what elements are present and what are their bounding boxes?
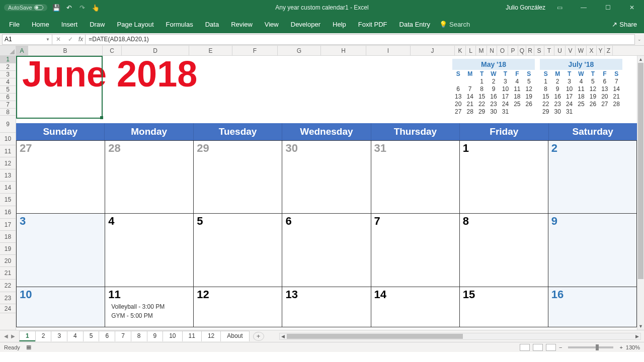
calendar-day-cell[interactable]: 4 <box>105 214 194 287</box>
ribbon-tab-file[interactable]: File <box>3 17 26 32</box>
row-header[interactable]: 19 <box>0 243 16 255</box>
calendar-day-cell[interactable]: 12 <box>194 287 282 327</box>
calendar-day-cell[interactable]: 27 <box>16 141 105 213</box>
vertical-scrollbar[interactable]: ▲ ▼ <box>637 56 644 330</box>
row-header[interactable]: 13 <box>0 169 16 182</box>
touch-mode-icon[interactable]: 👆 <box>92 4 100 12</box>
expand-formula-bar-icon[interactable]: ⌄ <box>635 37 644 42</box>
new-sheet-button[interactable]: + <box>253 332 264 341</box>
col-header[interactable]: M <box>476 46 487 55</box>
ribbon-tab-formulas[interactable]: Formulas <box>160 17 199 32</box>
page-layout-view-button[interactable] <box>533 344 543 351</box>
calendar-day-cell[interactable]: 8 <box>460 214 548 287</box>
calendar-day-cell[interactable]: 6 <box>282 214 371 287</box>
row-header[interactable]: 1 <box>0 56 16 63</box>
row-header[interactable]: 6 <box>0 94 16 101</box>
ribbon-tab-data-entry[interactable]: Data Entry <box>393 17 436 32</box>
col-header[interactable]: E <box>189 46 232 55</box>
row-header[interactable]: 9 <box>0 116 16 133</box>
row-header[interactable]: 17 <box>0 219 16 231</box>
sheet-tab[interactable]: 5 <box>83 331 100 341</box>
col-header[interactable]: P <box>508 46 518 55</box>
ribbon-tab-draw[interactable]: Draw <box>84 17 111 32</box>
row-header[interactable]: 21 <box>0 267 16 280</box>
calendar-day-cell[interactable]: 3 <box>16 214 105 287</box>
row-header[interactable]: 15 <box>0 194 16 206</box>
hscroll-thumb[interactable] <box>287 334 463 339</box>
formula-input[interactable]: =DATE(AD18,AD20,1) <box>86 34 635 45</box>
col-header[interactable]: I <box>366 46 411 55</box>
zoom-out-button[interactable]: − <box>559 344 562 350</box>
col-header[interactable]: T <box>544 46 554 55</box>
sheet-tab[interactable]: 3 <box>51 331 67 341</box>
sheet-tab[interactable]: 6 <box>99 331 115 341</box>
col-header[interactable]: G <box>278 46 321 55</box>
row-header[interactable]: 23 <box>0 292 16 304</box>
col-header[interactable]: W <box>576 46 587 55</box>
normal-view-button[interactable] <box>520 344 530 351</box>
select-all-button[interactable] <box>0 46 16 55</box>
ribbon-options-icon[interactable]: ▭ <box>549 0 570 15</box>
col-header[interactable]: S <box>534 46 544 55</box>
enter-formula-icon[interactable]: ✓ <box>64 36 76 43</box>
col-header[interactable]: N <box>487 46 497 55</box>
col-header[interactable]: C <box>103 46 122 55</box>
calendar-day-cell[interactable]: 16 <box>548 287 637 327</box>
row-header[interactable]: 22 <box>0 280 16 292</box>
undo-icon[interactable]: ↶ <box>65 4 73 12</box>
calendar-day-cell[interactable]: 29 <box>194 141 282 213</box>
ribbon-tab-insert[interactable]: Insert <box>55 17 84 32</box>
ribbon-tab-developer[interactable]: Developer <box>285 17 327 32</box>
maximize-icon[interactable]: ☐ <box>598 0 618 15</box>
ribbon-tab-foxit-pdf[interactable]: Foxit PDF <box>352 17 393 32</box>
scroll-left-icon[interactable]: ◀ <box>280 333 287 339</box>
sheet-tab[interactable]: 10 <box>163 331 182 341</box>
col-header[interactable]: L <box>466 46 476 55</box>
ribbon-tab-view[interactable]: View <box>259 17 285 32</box>
vscroll-thumb[interactable] <box>638 63 643 279</box>
row-header[interactable]: 18 <box>0 231 16 243</box>
col-header[interactable]: B <box>28 46 103 55</box>
tab-nav[interactable]: ◀▶ <box>0 333 19 339</box>
share-button[interactable]: ↗ Share <box>612 21 641 28</box>
minimize-icon[interactable]: — <box>574 0 594 15</box>
sheet-tab[interactable]: 4 <box>67 331 84 341</box>
row-header[interactable]: 7 <box>0 101 16 109</box>
col-header[interactable]: Z <box>605 46 613 55</box>
row-header[interactable]: 20 <box>0 255 16 267</box>
col-header[interactable]: Y <box>597 46 605 55</box>
redo-icon[interactable]: ↷ <box>78 4 87 12</box>
sheet-tab[interactable]: 8 <box>131 331 147 341</box>
col-header[interactable]: R <box>526 46 534 55</box>
sheet-tab[interactable]: 7 <box>115 331 131 341</box>
calendar-day-cell[interactable]: 7 <box>371 214 460 287</box>
sheet-tab[interactable]: 1 <box>19 331 36 341</box>
close-icon[interactable]: ✕ <box>622 0 642 15</box>
col-header[interactable]: D <box>122 46 189 55</box>
row-header[interactable]: 11 <box>0 145 16 157</box>
calendar-day-cell[interactable]: 11Volleyball - 3:00 PMGYM - 5:00 PM <box>105 287 194 327</box>
calendar-day-cell[interactable]: 10 <box>16 287 105 327</box>
ribbon-tab-review[interactable]: Review <box>225 17 259 32</box>
cancel-formula-icon[interactable]: ✕ <box>52 36 64 43</box>
sheet-canvas[interactable]: June 2018 May '18 SMTWTFS123456789101112… <box>16 56 644 330</box>
calendar-day-cell[interactable]: 13 <box>282 287 371 327</box>
ribbon-tab-help[interactable]: Help <box>327 17 352 32</box>
row-header[interactable]: 8 <box>0 109 16 116</box>
row-header[interactable]: 12 <box>0 157 16 169</box>
row-header[interactable]: 4 <box>0 78 16 86</box>
zoom-slider[interactable] <box>568 346 613 348</box>
sheet-tab[interactable]: About <box>220 331 249 341</box>
col-header[interactable]: F <box>232 46 278 55</box>
calendar-day-cell[interactable]: 9 <box>548 214 637 287</box>
zoom-in-button[interactable]: + <box>619 344 622 350</box>
row-header[interactable]: 3 <box>0 71 16 78</box>
user-name[interactable]: Julio González <box>506 4 545 11</box>
col-header[interactable]: U <box>554 46 566 55</box>
name-box[interactable]: A1▼ <box>2 34 52 45</box>
col-header[interactable]: V <box>566 46 576 55</box>
sheet-tab[interactable]: 11 <box>182 331 202 341</box>
col-header[interactable]: A <box>16 46 28 55</box>
sheet-tab[interactable]: 9 <box>147 331 164 341</box>
calendar-day-cell[interactable]: 30 <box>282 141 371 213</box>
